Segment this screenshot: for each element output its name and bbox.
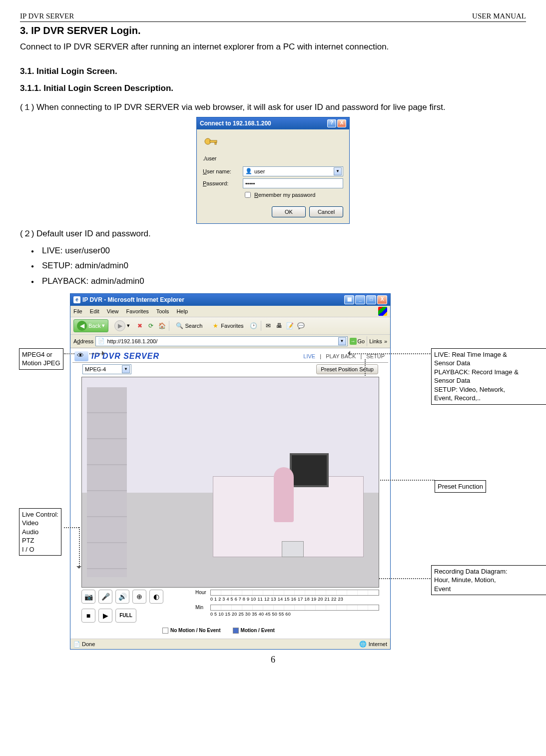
browser-toolbar: ◀Back ▾ ▶ ▾ ✖ ⟳ 🏠 🔍Search ★Favorites 🕑 ✉… [70, 317, 390, 335]
stream-select[interactable]: MPEG-4 ▼ [82, 364, 131, 374]
mic-icon[interactable]: 🎤 [98, 590, 112, 604]
svg-rect-2 [215, 142, 216, 144]
subsubsection-title: 3.1.1. Initial Login Screen Description. [20, 83, 526, 93]
menu-favorites[interactable]: Favorites [126, 308, 149, 314]
chevron-right-icon[interactable]: » [384, 338, 387, 344]
hour-label: Hour [195, 590, 208, 595]
min-timeline[interactable] [210, 605, 379, 611]
refresh-icon[interactable]: ⟳ [147, 322, 155, 330]
ok-button[interactable]: OK [272, 206, 306, 217]
defaults-playback: PLAYBACK: admin/admin0 [20, 274, 526, 289]
dropdown-arrow-icon[interactable]: ▼ [334, 167, 342, 175]
menu-view[interactable]: View [107, 308, 119, 314]
stop-button-icon[interactable]: ■ [81, 609, 95, 623]
tab-live[interactable]: LIVE [303, 353, 315, 359]
subsection-title: 3.1. Initial Login Screen. [20, 66, 526, 76]
live-video-frame [81, 377, 379, 588]
status-done: Done [82, 641, 95, 647]
tile-icon[interactable]: ▦ [344, 295, 354, 304]
speaker-icon[interactable]: 🔊 [115, 590, 129, 604]
cancel-button[interactable]: Cancel [309, 206, 343, 217]
step-2-text: (２) Default user ID and password. [20, 227, 526, 240]
section-title: 3. IP DVR SERVER Login. [20, 25, 526, 36]
dropdown-arrow-icon[interactable]: ▼ [122, 365, 130, 373]
defaults-live: LIVE: user/user00 [20, 243, 526, 259]
menu-edit[interactable]: Edit [90, 308, 99, 314]
arrowhead-icon [345, 351, 350, 356]
snapshot-icon[interactable]: 📷 [81, 590, 95, 604]
min-label: Min [195, 605, 208, 610]
keys-icon [203, 135, 219, 151]
legend-event: Motion / Event [241, 628, 275, 633]
min-ticks: 0 5 10 15 20 25 30 35 40 45 50 55 60 [210, 612, 379, 617]
search-button[interactable]: 🔍Search [172, 321, 205, 331]
ptz-icon[interactable]: ⊕ [132, 590, 146, 604]
password-field[interactable]: ••••• [243, 178, 343, 188]
print-icon[interactable]: 🖶 [275, 322, 283, 330]
close-icon[interactable]: X [377, 295, 387, 304]
history-icon[interactable]: 🕑 [250, 322, 258, 330]
mail-icon[interactable]: ✉ [264, 322, 272, 330]
address-input[interactable]: 📄 http://192.168.1.200/ ▼ [95, 336, 347, 346]
status-zone: Internet [369, 641, 387, 647]
live-controls: 📷 🎤 🔊 ⊕ ◐ ■ ▶ FULL [81, 590, 191, 623]
hour-timeline[interactable] [210, 590, 379, 596]
legend-swatch-event [233, 628, 239, 634]
annotation-livectrl: Live Control: Video Audio PTZ I / O [19, 508, 61, 556]
remember-label: Remember my password [254, 192, 315, 198]
legend-row: No Motion / No Event Motion / Event [72, 626, 388, 637]
remember-checkbox[interactable] [245, 192, 251, 198]
arrowhead-icon [102, 351, 107, 356]
io-icon[interactable]: ◐ [149, 590, 163, 604]
browser-window: eIP DVR - Microsoft Internet Explorer ▦ … [70, 293, 391, 650]
defaults-list: LIVE: user/user00 SETUP: admin/admin0 PL… [20, 243, 526, 289]
go-button[interactable]: →Go [350, 338, 365, 345]
annotation-leader [350, 353, 432, 354]
dropdown-arrow-icon[interactable]: ▼ [338, 337, 346, 345]
back-button[interactable]: ◀Back ▾ [73, 319, 108, 332]
star-icon: ★ [211, 322, 219, 330]
play-button-icon[interactable]: ▶ [98, 609, 112, 623]
username-field[interactable]: 👤 user ▼ [243, 166, 343, 176]
search-icon: 🔍 [175, 322, 183, 330]
menu-tools[interactable]: Tools [156, 308, 169, 314]
windows-flag-icon [378, 307, 387, 316]
maximize-icon[interactable]: □ [366, 295, 376, 304]
stop-icon[interactable]: ✖ [136, 322, 144, 330]
fullscreen-button[interactable]: FULL [115, 609, 136, 623]
annotation-rec: Recording Data Diagram: Hour, Minute, Mo… [431, 565, 546, 596]
forward-button[interactable]: ▶ ▾ [111, 319, 133, 332]
links-label[interactable]: Links [369, 338, 382, 344]
ie-icon: e [73, 296, 80, 303]
address-bar-row: Address 📄 http://192.168.1.200/ ▼ →Go Li… [70, 335, 390, 348]
close-icon[interactable]: X [337, 119, 346, 127]
address-label: Address [73, 338, 93, 344]
section-intro: Connect to IP DVR SERVER after running a… [20, 40, 526, 53]
legend-swatch-none [162, 628, 168, 634]
username-label: User name: [203, 168, 243, 174]
menu-file[interactable]: File [73, 308, 82, 314]
header-left: IP DVR SERVER [20, 12, 74, 20]
page-header: IP DVR SERVER USER MANUAL [20, 12, 526, 22]
preset-button[interactable]: Preset Position Setup [316, 364, 378, 374]
browser-statusbar: 📄 Done 🌐 Internet [70, 639, 390, 649]
browser-titlebar: eIP DVR - Microsoft Internet Explorer ▦ … [70, 294, 390, 306]
legend-none: No Motion / No Event [170, 628, 221, 633]
auth-dialog-titlebar: Connect to 192.168.1.200 ? X [197, 117, 349, 129]
step-1-text: (１) When connecting to IP DVR SERVER via… [20, 100, 526, 114]
annotation-leader [64, 527, 79, 528]
hour-ticks: 0 1 2 3 4 5 6 7 8 9 10 11 12 13 14 15 16… [210, 597, 379, 602]
home-icon[interactable]: 🏠 [158, 322, 166, 330]
user-icon: 👤 [245, 168, 252, 174]
annotation-preset: Preset Function [435, 480, 486, 493]
svg-rect-1 [210, 140, 217, 142]
favorites-button[interactable]: ★Favorites [208, 321, 246, 331]
help-icon[interactable]: ? [327, 119, 336, 127]
menu-help[interactable]: Help [176, 308, 188, 314]
brand-logo-icon [74, 351, 88, 361]
minimize-icon[interactable]: _ [355, 295, 365, 304]
page-number: 6 [20, 655, 526, 665]
edit-icon[interactable]: 📝 [286, 322, 294, 330]
discuss-icon[interactable]: 💬 [297, 322, 305, 330]
password-label: Password: [203, 180, 243, 186]
